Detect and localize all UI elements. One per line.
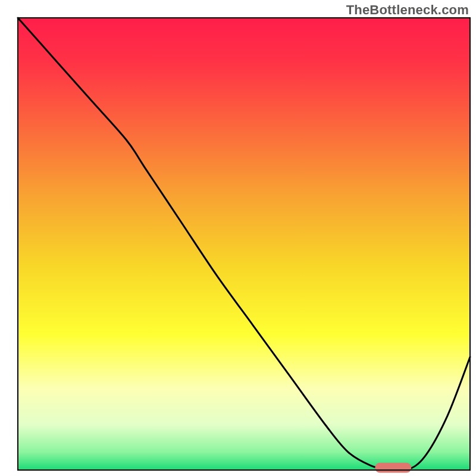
plot-background bbox=[18, 18, 470, 470]
bottleneck-chart: TheBottleneck.com bbox=[0, 0, 476, 476]
watermark-text: TheBottleneck.com bbox=[346, 2, 469, 18]
chart-svg bbox=[0, 0, 476, 476]
optimal-range-marker bbox=[375, 463, 411, 473]
